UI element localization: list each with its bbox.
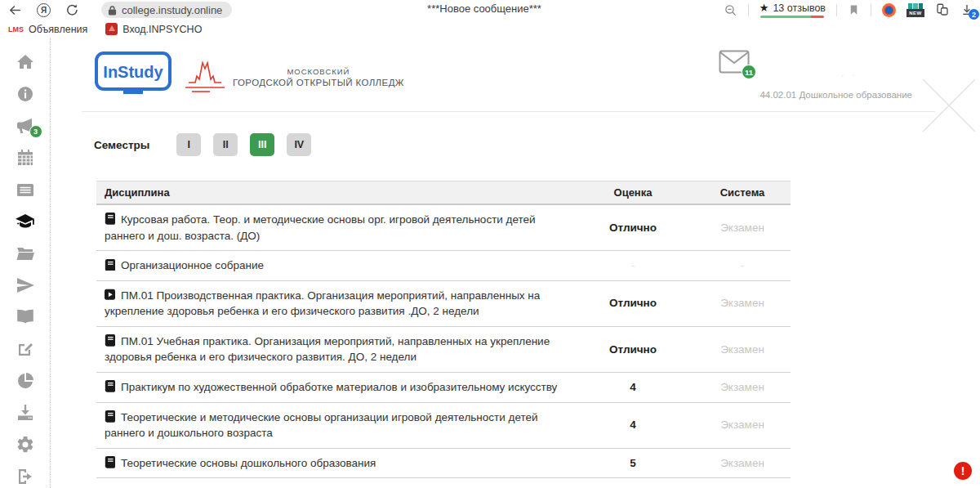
- alert-icon[interactable]: !: [954, 462, 972, 480]
- downloads-icon[interactable]: 2: [960, 3, 973, 16]
- sidebar-item-journal[interactable]: [13, 179, 38, 200]
- book-icon: [105, 259, 115, 271]
- sidebar-item-settings[interactable]: [13, 434, 38, 455]
- table-row: Практикум по художественной обработке ма…: [96, 372, 791, 402]
- reviews-widget[interactable]: ★ 13 отзывов: [760, 2, 826, 18]
- table-row: Теоретические и методические основы орга…: [96, 402, 791, 448]
- instudy-logo[interactable]: InStudy: [94, 51, 172, 101]
- lock-icon: [108, 5, 117, 16]
- mail-button[interactable]: 11: [719, 50, 750, 77]
- bookmark-lms[interactable]: LMS Объявления: [8, 24, 87, 35]
- discipline-name: ПМ.01 Производственная практика. Организ…: [105, 289, 540, 318]
- sidebar-item-statistics[interactable]: [13, 370, 38, 392]
- reviews-count: 13 отзывов: [773, 2, 826, 14]
- announcements-badge: 3: [29, 125, 42, 138]
- main-content: InStudy МОСКОВСКИЙ ГОРОДСКОЙ ОТКРЫТЫЙ: [51, 38, 980, 488]
- semester-switcher: Семестры I II III IV: [94, 133, 980, 156]
- paper-plane-icon: [16, 275, 35, 295]
- column-grade: Оценка: [572, 181, 694, 205]
- sidebar-item-messages[interactable]: [13, 275, 38, 296]
- sidebar-item-announcements[interactable]: 3: [13, 115, 38, 137]
- sidebar-item-downloads[interactable]: [13, 402, 38, 423]
- semesters-label: Семестры: [94, 139, 149, 151]
- address-bar[interactable]: college.instudy.online: [101, 2, 232, 18]
- edit-icon: [16, 339, 35, 359]
- downloads-badge: 2: [969, 9, 979, 20]
- table-row: Организационное собрание - -: [96, 251, 791, 281]
- table-row: Теоретические основы дошкольного образов…: [96, 448, 791, 478]
- sidebar-item-schedule[interactable]: [13, 147, 38, 168]
- page-title: ***Новое сообщение***: [427, 2, 541, 15]
- grade-cell: Отлично: [572, 280, 694, 326]
- reload-icon[interactable]: [65, 3, 78, 16]
- search-icon[interactable]: [724, 3, 737, 17]
- sidebar-item-grades[interactable]: [13, 211, 38, 232]
- semester-button-3[interactable]: III: [250, 133, 274, 156]
- bookmark-flag-icon[interactable]: [848, 3, 860, 16]
- close-icon[interactable]: [920, 76, 978, 138]
- svg-text:я: я: [20, 313, 23, 319]
- semester-button-4[interactable]: IV: [287, 133, 311, 156]
- program-label: 44.02.01 Дошкольное образование: [760, 90, 912, 100]
- system-cell: Экзамен: [694, 448, 791, 478]
- semester-button-1[interactable]: I: [176, 133, 201, 156]
- discipline-name: Организационное собрание: [121, 259, 264, 271]
- bookmark-inpsycho[interactable]: Вход.INPSYCHO: [105, 23, 202, 35]
- url-text: college.instudy.online: [122, 4, 222, 16]
- collections-icon[interactable]: [935, 2, 950, 17]
- download-tray-icon: [16, 403, 35, 423]
- sidebar-item-dictionary[interactable]: яА: [13, 307, 38, 328]
- translate-book-icon: яА: [16, 307, 35, 327]
- system-cell: -: [694, 251, 791, 281]
- sidebar-item-edit[interactable]: [13, 338, 38, 360]
- mail-badge: 11: [742, 65, 756, 79]
- divider: [871, 4, 871, 16]
- college-name-line1: МОСКОВСКИЙ: [287, 67, 350, 76]
- sidebar-item-info[interactable]: [13, 83, 38, 105]
- sidebar-item-logout[interactable]: [13, 466, 38, 487]
- browser-toolbar: Я college.instudy.online ***Новое сообще…: [0, 0, 980, 20]
- divider: [748, 4, 749, 16]
- book-icon: [105, 334, 115, 346]
- calendar-icon: [16, 148, 35, 168]
- sidebar-item-home[interactable]: [13, 51, 38, 73]
- bookmarks-bar: LMS Объявления Вход.INPSYCHO: [0, 20, 980, 38]
- graduation-cap-icon: [16, 212, 35, 231]
- new-badge: NEW: [906, 9, 924, 17]
- book-icon: [105, 410, 115, 422]
- reviews-rating-bar: [760, 16, 824, 18]
- discipline-name: Теоретические основы дошкольного образов…: [121, 457, 376, 469]
- yandex-button[interactable]: Я: [37, 3, 51, 17]
- system-cell: Экзамен: [694, 204, 791, 251]
- divider: [836, 4, 837, 16]
- book-icon: [105, 380, 115, 392]
- table-row: Курсовая работа. Теор. и методические ос…: [96, 204, 791, 251]
- system-cell: Экзамен: [694, 402, 791, 448]
- system-cell: Экзамен: [694, 326, 791, 372]
- semester-button-2[interactable]: II: [213, 133, 238, 156]
- logout-icon: [16, 467, 35, 486]
- app-header: InStudy МОСКОВСКИЙ ГОРОДСКОЙ ОТКРЫТЫЙ: [82, 48, 935, 112]
- browser-extension-icon[interactable]: [882, 3, 896, 17]
- pie-chart-icon: [16, 371, 35, 391]
- student-name-redacted: . .: [841, 69, 858, 78]
- table-row: ПМ.01 Производственная практика. Организ…: [96, 280, 791, 326]
- back-icon[interactable]: [8, 3, 22, 17]
- lms-favicon: LMS: [8, 25, 24, 34]
- info-icon: [16, 84, 35, 104]
- discipline-name: ПМ.01 Учебная практика. Организация меро…: [105, 335, 550, 364]
- grade-cell: 5: [572, 448, 694, 478]
- column-discipline: Дисциплина: [96, 181, 572, 205]
- college-name-line2: ГОРОДСКОЙ ОТКРЫТЫЙ КОЛЛЕДЖ: [233, 78, 404, 87]
- svg-text:InStudy: InStudy: [103, 63, 163, 81]
- grades-table: Дисциплина Оценка Система Курсовая работ…: [96, 181, 791, 478]
- column-system: Система: [694, 181, 791, 205]
- gear-icon: [16, 435, 35, 454]
- college-emblem-icon: [184, 56, 226, 97]
- play-icon: [105, 289, 115, 300]
- sidebar-item-materials[interactable]: [13, 243, 38, 264]
- new-extension-icon[interactable]: NEW: [906, 3, 924, 17]
- table-row: ПМ.01 Учебная практика. Организация меро…: [96, 326, 791, 372]
- grade-cell: -: [572, 251, 694, 281]
- grade-cell: Отлично: [572, 204, 694, 251]
